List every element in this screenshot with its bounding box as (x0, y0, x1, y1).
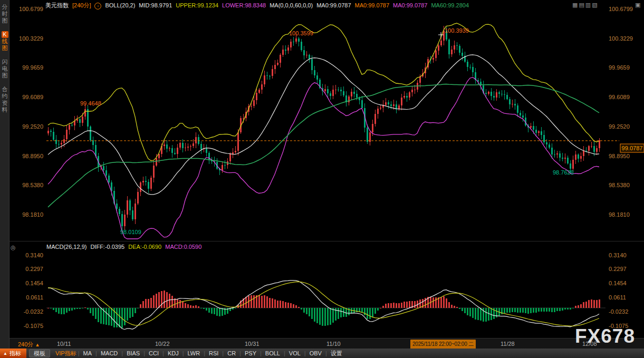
ma0-readout-2: MA0:99.0787 (355, 2, 389, 8)
zoom-out-icon[interactable]: - (94, 3, 101, 9)
macd-params: MACD(26,12,9) (46, 244, 86, 250)
indicators-button-label: 指标 (9, 350, 21, 357)
macd-header: MACD(26,12,9)DIFF:-0.0395DEA:-0.0690MACD… (46, 244, 205, 250)
timeline: 240分 ▲ 2025/11/18 22:00~02:00 二 10/1110/… (9, 338, 644, 349)
diff-line (48, 280, 599, 330)
timeline-date-label: 10/11 (57, 341, 71, 347)
svg-text:0.0611: 0.0611 (26, 294, 43, 301)
tab-label: 电图 (2, 65, 8, 79)
bottom-toolbar: ▲ 指标 模板VIP指标|MA|MACD|BIAS|CCI|KDJ|LWR|RS… (0, 349, 644, 358)
timeline-date-label: 10/22 (155, 341, 170, 347)
svg-text:99.9659: 99.9659 (609, 64, 630, 71)
toolbar-item-vol[interactable]: VOL (285, 350, 304, 356)
sidebar-tab-contract-info[interactable]: 合约资料 (0, 86, 9, 113)
timeline-date-label: 11/28 (501, 341, 515, 347)
indicators-button[interactable]: ▲ 指标 (0, 349, 26, 358)
timeline-date-label: 11/10 (326, 341, 341, 347)
snapshot-icon[interactable]: ▣ (635, 2, 640, 8)
svg-text:0.1454: 0.1454 (609, 280, 627, 286)
price-chart[interactable]: 100.6799100.6799100.3229100.322999.96599… (0, 0, 644, 358)
sidebar-tab-kline-chart[interactable]: K线图 (0, 31, 9, 52)
ma-params: MA(0,0,0,60,0,0) (270, 2, 313, 8)
toolbar-item-kdj[interactable]: KDJ (164, 350, 182, 356)
toolbar-item-rsi[interactable]: RSI (205, 350, 222, 356)
price-annotation-high: 100.3599 (289, 30, 313, 36)
boll-mid-line (48, 55, 599, 195)
macd-indicator-icon[interactable]: ◎ (11, 244, 16, 251)
sidebar-tab-flash-chart[interactable]: 闪电图 (0, 59, 9, 79)
price-annotation-high: 100.3939 (445, 27, 469, 34)
svg-text:99.2520: 99.2520 (22, 123, 43, 130)
layout-grid-icon[interactable]: ▦ (572, 2, 579, 8)
trading-app-window: 100.6799100.6799100.3229100.322999.96599… (0, 0, 644, 358)
svg-text:100.6799: 100.6799 (19, 6, 43, 12)
toolbar-item-lwr[interactable]: LWR (184, 350, 204, 356)
toolbar-item-macd[interactable]: MACD (97, 350, 121, 356)
tab-first-char: 闪 (2, 59, 8, 65)
boll-upper-line (48, 23, 599, 161)
svg-text:0.3140: 0.3140 (25, 252, 43, 258)
ma0-readout-3: MA0:99.0787 (393, 2, 427, 8)
triangle-up-icon: ▲ (3, 351, 7, 356)
svg-text:98.1810: 98.1810 (22, 211, 43, 218)
ma0-readout-1: MA0:99.0787 (316, 2, 351, 8)
svg-text:99.6089: 99.6089 (22, 94, 43, 100)
boll-lower-line (48, 78, 599, 239)
boll-mid-readout: MID:98.9791 (139, 2, 172, 8)
ma60-readout: MA60:99.2804 (431, 2, 469, 8)
toolbar-item-ma[interactable]: MA (80, 350, 96, 356)
svg-text:98.1810: 98.1810 (609, 211, 630, 218)
tab-first-char: 合 (2, 86, 8, 93)
macd-readout: MACD:0.0590 (165, 244, 201, 250)
axis-labels: 100.6799100.6799100.3229100.322999.96599… (19, 6, 633, 329)
svg-text:100.6799: 100.6799 (609, 6, 633, 12)
selected-candle-time: 2025/11/18 22:00~02:00 二 (410, 340, 476, 349)
tab-first-char: 分 (2, 4, 8, 11)
svg-text:98.8950: 98.8950 (609, 153, 630, 159)
svg-text:-0.0232: -0.0232 (24, 308, 43, 315)
toolbar-item-cci[interactable]: CCI (145, 350, 162, 356)
layout-quad-icon[interactable]: ▧ (592, 2, 598, 8)
svg-text:99.9659: 99.9659 (22, 64, 43, 71)
dea-readout: DEA:-0.0690 (128, 244, 161, 250)
layout-columns-icon[interactable]: ▥ (585, 2, 592, 8)
toolbar-item-boll[interactable]: BOLL (262, 350, 284, 356)
fx678-watermark: FX678 (575, 325, 635, 347)
boll-lower-readout: LOWER:98.8348 (222, 2, 266, 8)
indicator-header: 美元指数[240分]-BOLL(20,2)MID:98.9791UPPER:99… (45, 2, 473, 9)
diff-readout: DIFF:-0.0395 (90, 244, 124, 250)
toolbar-item-obv[interactable]: OBV (306, 350, 325, 356)
svg-text:0.3140: 0.3140 (609, 252, 627, 258)
svg-text:99.2520: 99.2520 (609, 123, 630, 130)
boll-params: BOLL(20,2) (105, 2, 135, 8)
template-button[interactable]: 模板 (29, 349, 50, 357)
period-selector[interactable]: 240分 ▲ (18, 341, 40, 349)
toolbar-item-bias[interactable]: BIAS (123, 350, 143, 356)
svg-text:98.5380: 98.5380 (609, 182, 630, 188)
tab-label: 约资料 (2, 93, 8, 113)
svg-text:0.2297: 0.2297 (609, 266, 627, 272)
last-price-tag-value: 99.0787 (622, 145, 643, 151)
toolbar-item-psy[interactable]: PSY (241, 350, 260, 356)
svg-text:-0.1075: -0.1075 (24, 323, 43, 329)
tab-label: 线图 (2, 38, 8, 52)
timeline-date-label: 10/31 (245, 341, 259, 347)
chevron-up-icon: ▲ (35, 342, 40, 347)
layout-icons: ▦▤▥▧ (572, 2, 599, 8)
svg-text:100.3229: 100.3229 (609, 35, 633, 42)
svg-text:-0.0232: -0.0232 (609, 308, 628, 315)
period-label: 240分 (18, 341, 33, 347)
settings-button[interactable]: 设置 (327, 350, 346, 357)
svg-text:98.8950: 98.8950 (22, 153, 43, 159)
tab-first-char: K (2, 31, 8, 38)
price-annotation-low: 98.7628 (553, 169, 574, 176)
symbol-name: 美元指数 (45, 2, 69, 8)
vip-indicators-button[interactable]: VIP指标 (54, 350, 78, 357)
sidebar-tab-time-chart[interactable]: 分时图 (0, 4, 9, 24)
toolbar-item-cr[interactable]: CR (224, 350, 239, 356)
period-readout: [240分] (72, 2, 91, 8)
price-annotation-low: 98.0109 (120, 229, 141, 235)
layout-rows-icon[interactable]: ▤ (579, 2, 585, 8)
svg-text:0.2297: 0.2297 (25, 266, 43, 272)
left-sidebar: 分时图K线图闪电图合约资料 (0, 0, 9, 349)
